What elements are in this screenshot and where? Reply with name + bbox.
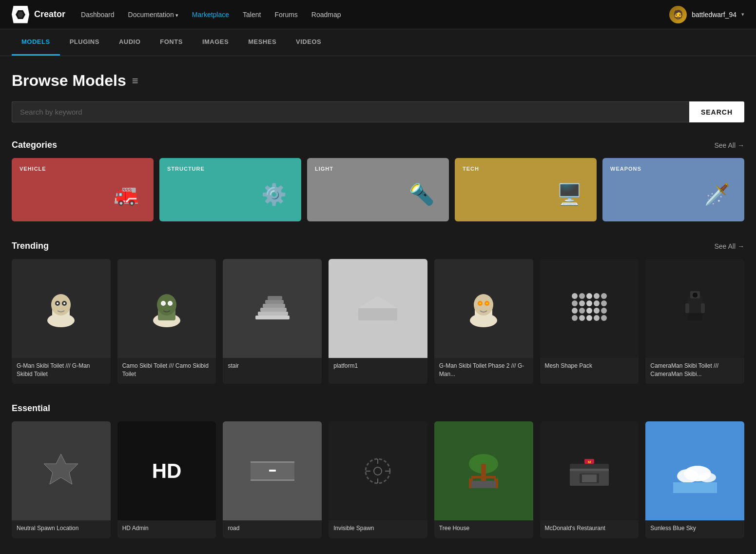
essential-info-3: Invisible Spawn — [329, 520, 427, 538]
svg-rect-19 — [263, 304, 285, 308]
username: battledwarf_94 — [692, 11, 737, 19]
nav-roadmap[interactable]: Roadmap — [311, 11, 341, 19]
trending-grid: G-Man Skibi Toilet /// G-Man Skibid Toil… — [12, 259, 744, 384]
svg-rect-54 — [688, 313, 702, 320]
trending-item-1[interactable]: Camo Skibi Toilet /// Camo Skibid Toilet — [117, 259, 216, 384]
tab-plugins[interactable]: PLUGINS — [60, 29, 109, 56]
essential-item-3[interactable]: Invisible Spawn — [329, 421, 427, 538]
svg-rect-21 — [268, 296, 282, 300]
filter-icon[interactable]: ≡ — [132, 75, 138, 87]
svg-point-65 — [374, 467, 382, 475]
main-content: Browse Models ≡ SEARCH Categories See Al… — [0, 56, 756, 554]
essential-info-0: Neutral Spawn Location — [12, 520, 111, 538]
svg-point-30 — [486, 302, 488, 304]
svg-rect-18 — [260, 308, 287, 312]
trending-thumb-0 — [12, 259, 111, 358]
svg-rect-77 — [570, 469, 609, 471]
trending-item-0[interactable]: G-Man Skibi Toilet /// G-Man Skibid Toil… — [12, 259, 111, 384]
essential-info-6: Sunless Blue Sky — [645, 520, 744, 538]
svg-point-50 — [601, 315, 607, 321]
page-title: Browse Models — [12, 72, 126, 90]
trending-thumb-6 — [645, 259, 744, 358]
essential-item-6[interactable]: Sunless Blue Sky — [645, 421, 744, 538]
essential-item-1[interactable]: HD HD Admin — [117, 421, 216, 538]
svg-rect-56 — [701, 303, 705, 313]
trending-item-5[interactable]: Mesh Shape Pack — [540, 259, 639, 384]
category-weapons[interactable]: WEAPONS 🗡️ — [602, 158, 744, 221]
logo-area[interactable]: Creator — [12, 6, 65, 23]
svg-point-48 — [586, 315, 592, 321]
nav-talent[interactable]: Talent — [243, 11, 261, 19]
svg-point-39 — [594, 300, 600, 306]
svg-point-35 — [601, 293, 607, 299]
svg-rect-59 — [251, 461, 294, 463]
svg-point-46 — [572, 315, 578, 321]
tab-models[interactable]: MODELS — [12, 29, 60, 56]
svg-point-33 — [586, 293, 592, 299]
nav-forums[interactable]: Forums — [274, 11, 297, 19]
svg-point-31 — [572, 293, 578, 299]
vehicle-icon: 🚒 — [107, 175, 146, 214]
svg-point-44 — [594, 308, 600, 314]
svg-point-14 — [162, 302, 165, 305]
tab-images[interactable]: IMAGES — [193, 29, 238, 56]
svg-point-40 — [601, 300, 607, 306]
nav-documentation[interactable]: Documentation — [128, 11, 178, 19]
svg-point-41 — [572, 308, 578, 314]
essential-thumb-2 — [223, 421, 322, 520]
search-input[interactable] — [12, 101, 689, 122]
svg-point-45 — [601, 308, 607, 314]
trending-item-3[interactable]: platform1 — [329, 259, 427, 384]
essential-item-0[interactable]: Neutral Spawn Location — [12, 421, 111, 538]
svg-rect-71 — [481, 464, 486, 483]
categories-header: Categories See All → — [12, 140, 744, 150]
svg-point-42 — [579, 308, 585, 314]
svg-point-34 — [594, 293, 600, 299]
svg-rect-72 — [471, 476, 496, 478]
see-all-arrow-icon: → — [737, 141, 744, 149]
tab-fonts[interactable]: FONTS — [150, 29, 193, 56]
category-structure[interactable]: STRUCTURE ⚙️ — [159, 158, 301, 221]
svg-rect-22 — [358, 308, 397, 320]
tab-videos[interactable]: VIDEOS — [286, 29, 331, 56]
weapons-icon: 🗡️ — [698, 175, 737, 214]
svg-rect-61 — [269, 470, 276, 472]
svg-rect-79 — [582, 475, 597, 482]
trending-info-1: Camo Skibi Toilet /// Camo Skibid Toilet — [117, 358, 216, 384]
essential-item-5[interactable]: M McDonald's Restaurant — [540, 421, 639, 538]
trending-title: Trending — [12, 241, 49, 251]
svg-point-47 — [579, 315, 585, 321]
categories-see-all[interactable]: See All → — [714, 141, 744, 149]
page-title-area: Browse Models ≡ — [12, 72, 744, 90]
svg-rect-20 — [265, 300, 284, 304]
essential-item-4[interactable]: Tree House — [434, 421, 533, 538]
nav-marketplace[interactable]: Marketplace — [192, 11, 229, 19]
svg-point-15 — [169, 302, 172, 305]
essential-info-1: HD Admin — [117, 520, 216, 538]
trending-thumb-4 — [434, 259, 533, 358]
category-light[interactable]: LIGHT 🔦 — [307, 158, 449, 221]
essential-item-2[interactable]: road — [223, 421, 322, 538]
tech-icon: 🖥️ — [550, 175, 589, 214]
trending-item-6[interactable]: CameraMan Skibi Toilet /// CameraMan Ski… — [645, 259, 744, 384]
essential-title: Essential — [12, 403, 50, 414]
svg-marker-63 — [251, 449, 294, 461]
trending-see-all[interactable]: See All → — [714, 242, 744, 250]
svg-rect-55 — [685, 303, 689, 313]
svg-marker-57 — [44, 454, 78, 484]
search-button[interactable]: SEARCH — [689, 101, 744, 122]
essential-thumb-4 — [434, 421, 533, 520]
avatar: 🧔 — [669, 6, 687, 23]
essential-thumb-3 — [329, 421, 427, 520]
svg-rect-80 — [570, 464, 609, 469]
trending-item-4[interactable]: G-Man Skibi Toilet Phase 2 /// G-Man... — [434, 259, 533, 384]
nav-dashboard[interactable]: Dashboard — [81, 11, 115, 19]
trending-item-2[interactable]: stair — [223, 259, 322, 384]
category-tech[interactable]: TECH 🖥️ — [455, 158, 597, 221]
svg-rect-75 — [471, 481, 496, 488]
category-vehicle[interactable]: VEHICLE 🚒 — [12, 158, 154, 221]
svg-marker-23 — [358, 296, 397, 308]
user-area[interactable]: 🧔 battledwarf_94 ▾ — [669, 6, 744, 23]
tab-audio[interactable]: AUDIO — [109, 29, 150, 56]
tab-meshes[interactable]: MESHES — [238, 29, 286, 56]
